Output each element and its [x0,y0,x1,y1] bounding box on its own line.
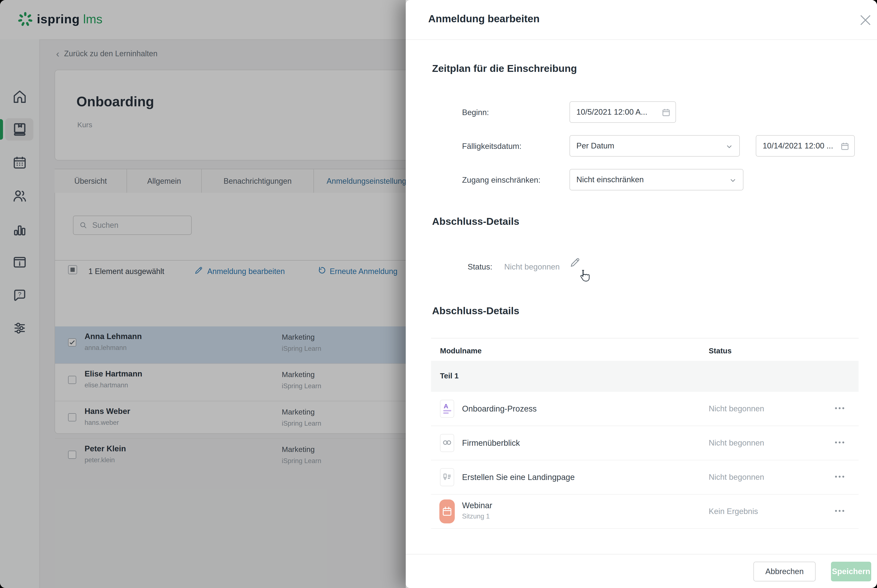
due-label: Fälligkeitsdatum: [462,142,522,151]
column-status: Status [709,346,732,355]
modal-header: Anmeldung bearbeiten [406,0,877,40]
module-name: Webinar [462,501,492,510]
start-label: Beginn: [462,108,489,117]
edit-status-pencil-icon[interactable] [569,256,581,268]
status-label: Status: [468,262,492,272]
completion-status-heading: Abschluss-Details [432,215,519,227]
access-value: Nicht einschränken [576,175,644,184]
due-mode-select[interactable]: Per Datum [570,135,740,157]
completion-details-heading: Abschluss-Details [432,305,519,316]
due-date-input[interactable]: 10/14/2021 12:00 ... [756,135,855,157]
module-status: Nicht begonnen [709,438,764,447]
close-icon[interactable] [859,14,871,26]
module-name: Firmenüberblick [462,438,520,448]
save-button[interactable]: Speichern [831,562,871,581]
webinar-icon [439,500,455,524]
start-date-input[interactable]: 10/5/2021 12:00 A... [570,101,676,123]
module-row-firmenueberblick: Firmenüberblick Nicht begonnen [431,426,859,460]
module-subtitle: Sitzung 1 [462,513,490,520]
modal-footer: Abbrechen Speichern [406,554,877,588]
calendar-small-icon [840,141,850,152]
course-article-icon: A [440,400,454,418]
modal-backdrop [0,0,406,588]
cancel-button[interactable]: Abbrechen [754,562,815,581]
edit-enrollment-modal: Anmeldung bearbeiten Zeitplan für die Ei… [406,0,877,588]
module-name: Onboarding-Prozess [462,404,537,414]
due-mode-value: Per Datum [576,141,614,150]
cursor-pointer-graphic [577,268,591,283]
row-menu-dots-icon[interactable] [835,441,844,443]
column-modulname: Modulname [440,346,481,355]
module-row-onboarding-prozess: A Onboarding-Prozess Nicht begonnen [431,392,859,426]
row-menu-dots-icon[interactable] [835,407,844,409]
row-menu-dots-icon[interactable] [835,476,844,478]
chevron-down-icon [728,176,737,185]
calendar-small-icon [661,107,671,118]
document-link-icon [440,434,454,452]
app-window: ispring lms [0,0,877,588]
module-status: Nicht begonnen [709,473,764,482]
document-form-icon [440,468,454,486]
access-select[interactable]: Nicht einschränken [570,169,743,190]
modal-title: Anmeldung bearbeiten [428,13,540,25]
due-date-value: 10/14/2021 12:00 ... [763,141,833,150]
module-group-row: Teil 1 [431,361,859,392]
module-status: Nicht begonnen [709,404,764,413]
row-menu-dots-icon[interactable] [835,510,844,512]
module-row-webinar: Webinar Sitzung 1 Kein Ergebnis [431,495,859,529]
access-label: Zugang einschränken: [462,176,540,184]
chevron-down-icon [725,142,734,151]
svg-text:A: A [444,402,448,410]
module-name: Erstellen Sie eine Landingpage [462,473,575,482]
module-row-landingpage: Erstellen Sie eine Landingpage Nicht beg… [431,460,859,495]
modules-table: Modulname Status Teil 1 A Onboarding-Pro… [431,338,859,529]
schedule-heading: Zeitplan für die Einschreibung [432,63,577,74]
module-group-label: Teil 1 [440,372,459,380]
modules-table-header: Modulname Status [431,338,859,361]
status-value: Nicht begonnen [504,262,560,272]
start-date-value: 10/5/2021 12:00 A... [576,108,647,117]
module-status: Kein Ergebnis [709,507,758,516]
